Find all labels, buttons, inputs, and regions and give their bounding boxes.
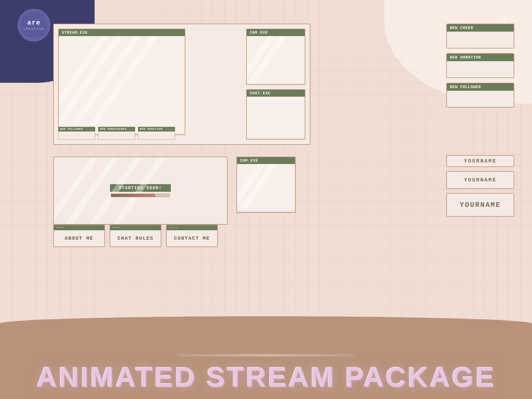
contact-me-content: CONTACT ME bbox=[167, 230, 217, 246]
subscriber-bar-title: NEW SUBSCRIBER •••• bbox=[98, 127, 135, 132]
stream-exe-content bbox=[59, 36, 185, 133]
new-donation-title: NEW DONATION bbox=[447, 54, 514, 61]
info-panels-row: •••• ABOUT ME •••• CHAT RULES •••• CONTA… bbox=[53, 225, 218, 247]
cam-exe-content bbox=[247, 36, 305, 83]
subscriber-bar-dots: •••• bbox=[126, 128, 133, 131]
follower-bar-title: NEW FOLLOWER •••• bbox=[58, 127, 95, 132]
cam-exe-bottom-titlebar: CAM.EXE bbox=[237, 157, 295, 164]
yourname-label-2: YOURNAME bbox=[464, 177, 497, 183]
contact-me-label: CONTACT ME bbox=[174, 236, 210, 241]
chat-rules-dots: •••• bbox=[113, 226, 121, 229]
starting-soon-panel: STARTING SOON! bbox=[53, 157, 228, 225]
about-me-label: ABOUT ME bbox=[65, 236, 94, 241]
new-donation-panel: NEW DONATION bbox=[446, 53, 514, 78]
overlay-panel: STREAM.EXE CAM.EXE CHAT.EX bbox=[53, 24, 310, 145]
new-follower-content bbox=[447, 91, 514, 107]
yourname-label-3: YOURNAME bbox=[460, 201, 501, 209]
stream-exe-panel: STREAM.EXE bbox=[58, 29, 185, 135]
about-me-titlebar: •••• bbox=[54, 225, 104, 230]
stream-shine bbox=[59, 36, 185, 133]
progress-bar bbox=[111, 194, 170, 197]
donation-bar-title: NEW DONATION •••• bbox=[138, 127, 175, 132]
contact-me-panel[interactable]: •••• CONTACT ME bbox=[166, 225, 218, 247]
logo: are CREATIVE bbox=[18, 9, 50, 41]
about-me-content: ABOUT ME bbox=[54, 230, 104, 246]
cam-bottom-shine bbox=[237, 164, 295, 211]
contact-me-titlebar: •••• bbox=[167, 225, 217, 230]
chat-rules-titlebar: •••• bbox=[110, 225, 161, 230]
chat-rules-panel[interactable]: •••• CHAT RULES bbox=[110, 225, 161, 247]
alert-panels: NEW CHEER NEW DONATION NEW FOLLOWER bbox=[446, 24, 514, 108]
stream-exe-titlebar: STREAM.EXE bbox=[59, 29, 185, 36]
bottom-divider bbox=[177, 354, 355, 356]
starting-shine-1 bbox=[54, 157, 112, 224]
yourname-panels: YOURNAME YOURNAME YOURNAME bbox=[446, 155, 514, 217]
bottom-title-section: ANIMATED STREAM PACKAGE bbox=[0, 354, 532, 393]
cam-exe-titlebar: CAM.EXE bbox=[247, 29, 305, 36]
yourname-panel-2: YOURNAME bbox=[446, 171, 514, 189]
new-follower-panel: NEW FOLLOWER bbox=[446, 83, 514, 108]
new-cheer-content bbox=[447, 32, 514, 48]
chat-exe-panel: CHAT.EXE bbox=[246, 89, 305, 140]
chat-exe-titlebar: CHAT.EXE bbox=[247, 90, 305, 97]
new-cheer-panel: NEW CHEER bbox=[446, 24, 514, 48]
follower-bar-label: NEW FOLLOWER bbox=[60, 128, 83, 131]
content-area: STREAM.EXE CAM.EXE CHAT.EX bbox=[53, 24, 514, 322]
subscriber-bar: NEW SUBSCRIBER •••• bbox=[98, 127, 135, 140]
follower-bar-dots: •••• bbox=[87, 128, 93, 131]
logo-ring bbox=[20, 11, 48, 39]
progress-bar-fill bbox=[111, 194, 155, 197]
follower-bar: NEW FOLLOWER •••• bbox=[58, 127, 95, 140]
cam-exe-panel: CAM.EXE bbox=[246, 29, 305, 85]
yourname-panel-3: YOURNAME bbox=[446, 193, 514, 217]
contact-me-dots: •••• bbox=[169, 226, 177, 229]
donation-bar: NEW DONATION •••• bbox=[138, 127, 175, 140]
subscriber-bar-content bbox=[98, 132, 135, 140]
chat-rules-label: CHAT RULES bbox=[117, 236, 153, 241]
subscriber-bar-label: NEW SUBSCRIBER bbox=[100, 128, 126, 131]
follower-bar-content bbox=[58, 132, 95, 140]
main-title: ANIMATED STREAM PACKAGE bbox=[36, 361, 496, 393]
yourname-label-1: YOURNAME bbox=[464, 158, 497, 164]
bottom-bars: NEW FOLLOWER •••• NEW SUBSCRIBER •••• NE… bbox=[58, 127, 175, 140]
cam-exe-bottom-panel: CAM.EXE bbox=[236, 157, 296, 213]
donation-bar-label: NEW DONATION bbox=[140, 128, 163, 131]
cam-shine bbox=[247, 36, 305, 83]
chat-rules-content: CHAT RULES bbox=[110, 230, 161, 246]
donation-bar-content bbox=[138, 132, 175, 140]
new-donation-content bbox=[447, 61, 514, 77]
about-me-dots: •••• bbox=[56, 226, 64, 229]
about-me-panel[interactable]: •••• ABOUT ME bbox=[53, 225, 105, 247]
new-cheer-title: NEW CHEER bbox=[447, 24, 514, 32]
cam-exe-bottom-content bbox=[237, 164, 295, 211]
starting-shine bbox=[54, 157, 227, 224]
yourname-panel-1: YOURNAME bbox=[446, 155, 514, 167]
chat-exe-content bbox=[247, 97, 305, 138]
donation-bar-dots: •••• bbox=[166, 128, 173, 131]
new-follower-title: NEW FOLLOWER bbox=[447, 83, 514, 91]
